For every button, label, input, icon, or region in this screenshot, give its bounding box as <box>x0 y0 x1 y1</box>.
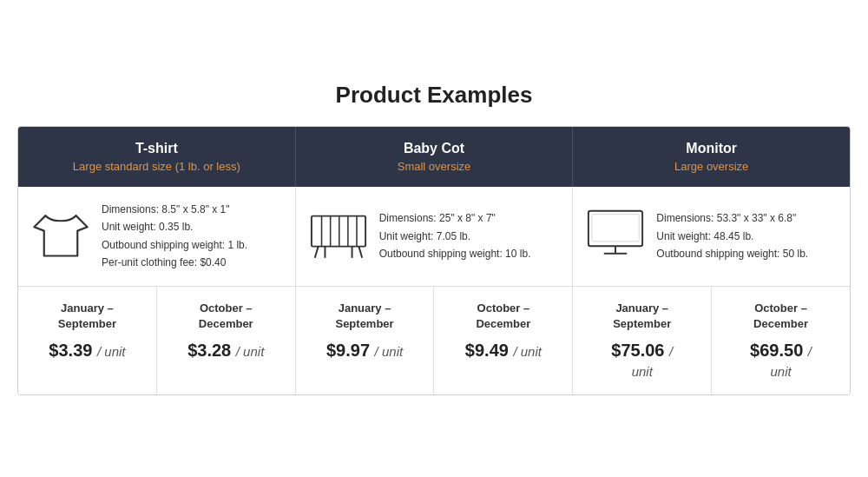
product-table: T-shirt Large standard size (1 lb. or le… <box>17 126 851 395</box>
babycot-details-col: Dimensions: 25" x 8" x 7" Unit weight: 7… <box>296 187 574 286</box>
tshirt-jan-sep-cell: January –September $3.39 / unit <box>18 287 157 394</box>
monitor-size: Large oversize <box>583 160 839 173</box>
monitor-oct-dec-period: October –December <box>720 301 841 332</box>
svg-rect-10 <box>589 211 642 246</box>
tshirt-oct-dec-period: October –December <box>166 301 286 332</box>
tshirt-size: Large standard size (1 lb. or less) <box>29 160 285 173</box>
tshirt-jan-sep-period: January –September <box>27 301 148 332</box>
babycot-oct-dec-cell: October –December $9.49 / unit <box>434 287 573 394</box>
babycot-jan-sep-cell: January –September $9.97 / unit <box>296 287 435 394</box>
main-container: Product Examples T-shirt Large standard … <box>17 82 851 395</box>
monitor-icon <box>585 204 646 268</box>
babycot-oct-dec-price: $9.49 / unit <box>443 341 563 361</box>
monitor-jan-sep-period: January –September <box>582 301 702 332</box>
babycot-jan-sep-price: $9.97 / unit <box>305 341 425 361</box>
tshirt-name: T-shirt <box>29 141 285 156</box>
monitor-jan-sep-price: $75.06 /unit <box>582 341 702 381</box>
details-row: Dimensions: 8.5" x 5.8" x 1" Unit weight… <box>18 187 850 287</box>
babycot-oct-dec-period: October –December <box>443 301 563 332</box>
babycot-icon <box>308 204 369 268</box>
babycot-jan-sep-period: January –September <box>305 301 425 332</box>
tshirt-details-text: Dimensions: 8.5" x 5.8" x 1" Unit weight… <box>102 201 247 272</box>
pricing-row: January –September $3.39 / unit October … <box>18 287 850 394</box>
svg-line-6 <box>314 246 318 257</box>
monitor-name: Monitor <box>583 141 839 156</box>
monitor-jan-sep-cell: January –September $75.06 /unit <box>573 287 712 394</box>
header-tshirt: T-shirt Large standard size (1 lb. or le… <box>18 127 296 187</box>
svg-line-9 <box>358 246 362 257</box>
page-title: Product Examples <box>17 82 851 109</box>
tshirt-oct-dec-price: $3.28 / unit <box>166 341 286 361</box>
babycot-size: Small oversize <box>306 160 562 173</box>
tshirt-details-col: Dimensions: 8.5" x 5.8" x 1" Unit weight… <box>18 187 296 286</box>
tshirt-icon <box>30 204 91 268</box>
tshirt-jan-sep-price: $3.39 / unit <box>27 341 148 361</box>
header-monitor: Monitor Large oversize <box>573 127 850 187</box>
tshirt-oct-dec-cell: October –December $3.28 / unit <box>157 287 296 394</box>
svg-rect-13 <box>592 214 639 241</box>
header-row: T-shirt Large standard size (1 lb. or le… <box>18 127 850 187</box>
monitor-details-text: Dimensions: 53.3" x 33" x 6.8" Unit weig… <box>656 209 808 262</box>
babycot-name: Baby Cot <box>306 141 562 156</box>
monitor-oct-dec-cell: October –December $69.50 /unit <box>712 287 850 394</box>
monitor-oct-dec-price: $69.50 /unit <box>720 341 841 381</box>
babycot-details-text: Dimensions: 25" x 8" x 7" Unit weight: 7… <box>379 209 531 262</box>
monitor-details-col: Dimensions: 53.3" x 33" x 6.8" Unit weig… <box>573 187 850 286</box>
header-babycot: Baby Cot Small oversize <box>296 127 574 187</box>
